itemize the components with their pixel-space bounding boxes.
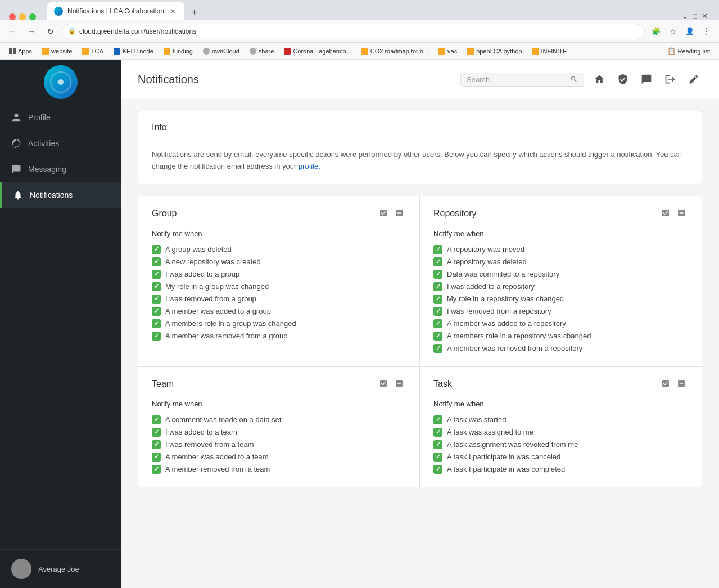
list-item[interactable]: My role in a repository was changed: [433, 293, 688, 305]
bell-icon: [13, 190, 23, 200]
list-item[interactable]: I was removed from a repository: [433, 305, 688, 318]
repo-select-all-button[interactable]: [659, 207, 672, 220]
back-button[interactable]: ←: [4, 24, 20, 39]
new-tab-button[interactable]: +: [187, 4, 202, 20]
sidebar-activities-label: Activities: [28, 139, 59, 148]
forward-button[interactable]: →: [24, 24, 39, 39]
tab-close-button[interactable]: ✕: [169, 7, 178, 16]
maximize-button[interactable]: □: [693, 12, 697, 20]
list-item[interactable]: A task was assigned to me: [433, 426, 688, 438]
list-item[interactable]: A member was added to a repository: [433, 318, 688, 330]
bookmark-apps-label: Apps: [18, 48, 32, 55]
bookmark-corona[interactable]: Corona-Lageberich...: [279, 47, 355, 56]
bookmark-share[interactable]: share: [245, 47, 279, 56]
repository-card: Repository Notify me when A repository w…: [420, 196, 702, 367]
list-item[interactable]: Data was commited to a repository: [433, 268, 688, 281]
sidebar-nav: Profile Activities Messaging Notificatio…: [0, 105, 121, 549]
checkbox-checked: [433, 440, 442, 449]
list-item[interactable]: I was added to a repository: [433, 281, 688, 293]
sidebar-item-profile[interactable]: Profile: [0, 105, 121, 130]
list-item[interactable]: I was added to a team: [152, 426, 406, 438]
repo-deselect-all-button[interactable]: [675, 207, 688, 220]
sidebar: Profile Activities Messaging Notificatio…: [0, 60, 121, 588]
bookmark-owncloud[interactable]: ownCloud: [198, 47, 244, 56]
list-item[interactable]: A task assignment was revoked from me: [433, 438, 688, 451]
list-item[interactable]: I was removed from a group: [152, 293, 406, 305]
list-item[interactable]: A members role in a repository was chang…: [433, 330, 688, 342]
list-item[interactable]: A member was removed from a repository: [433, 342, 688, 355]
task-select-all-button[interactable]: [659, 378, 672, 391]
checkbox-checked: [152, 245, 161, 254]
address-bar[interactable]: 🔒 cloud.greendelta.com/user/notification…: [62, 24, 645, 39]
task-deselect-all-button[interactable]: [675, 378, 688, 391]
profile-button[interactable]: 👤: [682, 24, 698, 39]
bookmark-infinite-label: INFINITE: [541, 48, 567, 55]
list-item[interactable]: I was removed from a team: [152, 438, 406, 451]
bookmark-lca-label: LCA: [91, 48, 103, 55]
bookmark-funding[interactable]: funding: [159, 47, 197, 56]
content-header: Notifications: [121, 60, 719, 99]
bookmark-keiti[interactable]: KEITI node: [109, 47, 158, 56]
bookmark-co2[interactable]: CO2 roadmap for b...: [357, 47, 433, 56]
refresh-button[interactable]: ↻: [43, 24, 58, 39]
list-item[interactable]: I was added to a group: [152, 268, 406, 281]
bookmark-website[interactable]: website: [38, 47, 76, 56]
list-item[interactable]: A member removed from a team: [152, 463, 406, 476]
user-avatar[interactable]: [11, 559, 31, 579]
profile-link[interactable]: profile: [299, 162, 318, 170]
team-deselect-all-button[interactable]: [392, 378, 406, 391]
favicon-icon: [203, 48, 210, 55]
list-item[interactable]: A members role in a group was changed: [152, 318, 406, 330]
list-item[interactable]: A task was started: [433, 414, 688, 426]
team-notify-label: Notify me when: [152, 400, 406, 408]
bookmark-button[interactable]: ☆: [665, 24, 681, 39]
list-item[interactable]: A group was deleted: [152, 243, 406, 256]
list-item[interactable]: A member was removed from a group: [152, 330, 406, 342]
list-item[interactable]: A task I participate in was completed: [433, 463, 688, 476]
list-item[interactable]: A new repository was created: [152, 256, 406, 268]
reading-list-label: Reading list: [678, 48, 710, 55]
group-deselect-all-button[interactable]: [392, 207, 406, 220]
bookmark-lca[interactable]: LCA: [78, 47, 107, 56]
group-card: Group Notify me when A group was deleted…: [138, 196, 420, 367]
bookmark-openlca[interactable]: openLCA python: [463, 47, 526, 56]
bookmark-vac[interactable]: vac: [434, 47, 462, 56]
menu-button[interactable]: ⋮: [699, 24, 715, 39]
team-select-all-button[interactable]: [377, 378, 390, 391]
sidebar-item-activities[interactable]: Activities: [0, 130, 121, 156]
folder-icon: [42, 48, 49, 55]
folder-icon: [467, 48, 474, 55]
list-item[interactable]: A member was added to a group: [152, 305, 406, 318]
close-button[interactable]: ✕: [702, 12, 708, 20]
list-item[interactable]: A task I participate in was canceled: [433, 451, 688, 463]
bookmark-infinite[interactable]: INFINITE: [528, 47, 572, 56]
badge-icon[interactable]: [614, 71, 631, 88]
search-box[interactable]: [460, 73, 584, 87]
search-input[interactable]: [467, 75, 566, 84]
list-item[interactable]: A comment was made on a data set: [152, 414, 406, 426]
bookmark-apps[interactable]: Apps: [4, 47, 37, 56]
bookmark-openlca-label: openLCA python: [476, 48, 522, 55]
checkbox-checked: [433, 282, 442, 291]
chat-icon[interactable]: [638, 71, 655, 88]
team-card-title: Team: [152, 379, 174, 389]
bookmarks-bar: Apps website LCA KEITI node funding ownC…: [0, 43, 719, 60]
favicon-icon: [284, 48, 291, 55]
bookmark-owncloud-label: ownCloud: [212, 48, 239, 55]
bookmark-share-label: share: [259, 48, 274, 55]
sidebar-item-notifications[interactable]: Notifications: [0, 182, 121, 208]
edit-icon[interactable]: [685, 71, 702, 88]
active-tab[interactable]: Notifications | LCA Collaboration ✕: [47, 2, 184, 20]
minimize-button[interactable]: ⌄: [682, 12, 688, 20]
reading-list-button[interactable]: 📋 Reading list: [663, 46, 715, 56]
extensions-button[interactable]: 🧩: [648, 24, 664, 39]
list-item[interactable]: A member was added to a team: [152, 451, 406, 463]
home-icon[interactable]: [591, 71, 608, 88]
list-item[interactable]: A repository was moved: [433, 243, 688, 256]
list-item[interactable]: My role in a group was changed: [152, 281, 406, 293]
checkbox-checked: [152, 465, 161, 474]
logout-icon[interactable]: [662, 71, 679, 88]
group-select-all-button[interactable]: [377, 207, 390, 220]
list-item[interactable]: A repository was deleted: [433, 256, 688, 268]
sidebar-item-messaging[interactable]: Messaging: [0, 156, 121, 182]
